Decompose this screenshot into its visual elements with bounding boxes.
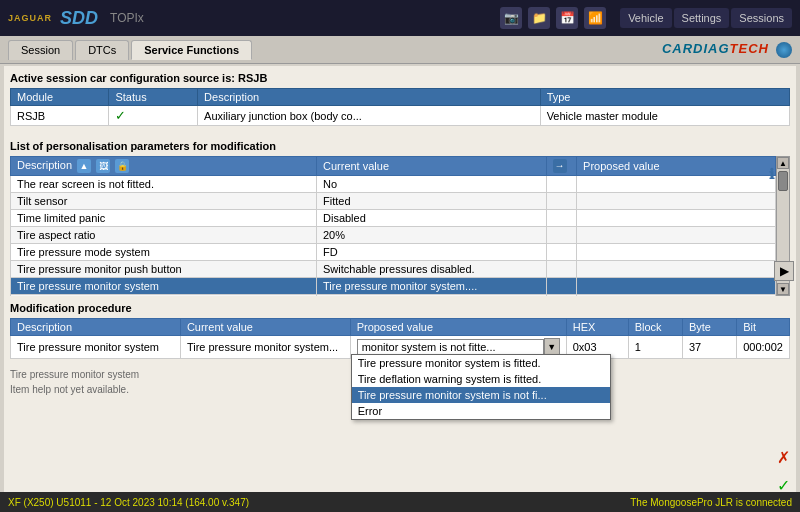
status-bar: XF (X250) U51011 - 12 Oct 2023 10:14 (16… [0, 492, 800, 512]
module-cell-description: Auxiliary junction box (body co... [198, 106, 541, 126]
param-proposed-7 [577, 295, 776, 296]
param-desc-2: Time limited panic [11, 210, 317, 227]
top-bar-left: JAGUAR SDD TOPIx [8, 8, 144, 29]
param-proposed-6 [577, 278, 776, 295]
param-arrow-2 [546, 210, 577, 227]
dropdown-option-1[interactable]: Tire deflation warning system is fitted. [352, 371, 610, 387]
side-buttons: ▶ [774, 261, 794, 281]
status-right: The MongoosePro JLR is connected [630, 497, 792, 508]
mod-cell-proposed[interactable]: monitor system is not fitte... ▼ Tire pr… [350, 336, 566, 359]
menu-tabs: Session DTCs Service Functions [8, 40, 252, 60]
tab-service-functions[interactable]: Service Functions [131, 40, 252, 60]
param-header-current: Current value [317, 157, 547, 176]
mod-table: Description Current value Proposed value… [10, 318, 790, 359]
dropdown-value: monitor system is not fitte... [357, 339, 544, 355]
param-row-7[interactable]: Tire pressure monitor system transmitter… [11, 295, 776, 296]
cardiag-logo: CARDIAGTECH [662, 41, 769, 56]
menu-bar: Session DTCs Service Functions CARDIAGTE… [0, 36, 800, 64]
sort-img-icon[interactable]: 🖼 [96, 159, 110, 173]
param-current-6: Tire pressure monitor system.... [317, 278, 547, 295]
topix-logo: TOPIx [110, 11, 144, 25]
dropdown-option-3[interactable]: Error [352, 403, 610, 419]
camera-icon[interactable]: 📷 [500, 7, 522, 29]
sort-lock-icon[interactable]: 🔒 [115, 159, 129, 173]
module-table: Module Status Description Type RSJB ✓ Au… [10, 88, 790, 126]
sort-asc-icon[interactable]: ▲ [77, 159, 91, 173]
param-proposed-5 [577, 261, 776, 278]
dropdown-popup[interactable]: Tire pressure monitor system is fitted. … [351, 354, 611, 420]
mod-header-current: Current value [180, 319, 350, 336]
param-desc-3: Tire aspect ratio [11, 227, 317, 244]
param-current-5: Switchable pressures disabled. [317, 261, 547, 278]
param-row-1[interactable]: Tilt sensor Fitted [11, 193, 776, 210]
module-row: RSJB ✓ Auxiliary junction box (body co..… [11, 106, 790, 126]
param-arrow-1 [546, 193, 577, 210]
param-row-4[interactable]: Tire pressure mode system FD [11, 244, 776, 261]
mod-header-byte: Byte [682, 319, 736, 336]
param-arrow-4 [546, 244, 577, 261]
param-arrow-6 [546, 278, 577, 295]
session-title: Active session car configuration source … [10, 72, 790, 84]
param-desc-0: The rear screen is not fitted. [11, 176, 317, 193]
param-row-6[interactable]: Tire pressure monitor system Tire pressu… [11, 278, 776, 295]
cancel-button[interactable]: ✗ [772, 446, 794, 468]
expand-right-button[interactable]: ▶ [774, 261, 794, 281]
param-desc-5: Tire pressure monitor push button [11, 261, 317, 278]
info-icon[interactable]: ℹ [769, 166, 774, 182]
signal-icon[interactable]: 📶 [584, 7, 606, 29]
personalisation-title: List of personalisation parameters for m… [10, 140, 790, 152]
mod-cell-block: 1 [628, 336, 682, 359]
param-current-3: 20% [317, 227, 547, 244]
param-current-7: 433.92MHz [317, 295, 547, 296]
param-header-arrow: → [546, 157, 577, 176]
tab-session[interactable]: Session [8, 40, 73, 60]
nav-settings[interactable]: Settings [674, 8, 730, 28]
param-desc-1: Tilt sensor [11, 193, 317, 210]
param-desc-6: Tire pressure monitor system [11, 278, 317, 295]
scrollbar-up-arrow[interactable]: ▲ [777, 157, 789, 169]
mod-header-desc: Description [11, 319, 181, 336]
module-cell-type: Vehicle master module [540, 106, 789, 126]
param-proposed-3 [577, 227, 776, 244]
param-proposed-0 [577, 176, 776, 193]
module-header-status: Status [109, 89, 198, 106]
param-table: Description ▲ 🖼 🔒 Current value → Propos… [10, 156, 776, 296]
nav-sessions[interactable]: Sessions [731, 8, 792, 28]
dropdown-option-0[interactable]: Tire pressure monitor system is fitted. [352, 355, 610, 371]
param-row-3[interactable]: Tire aspect ratio 20% [11, 227, 776, 244]
calendar-icon[interactable]: 📅 [556, 7, 578, 29]
param-header-proposed: Proposed value [577, 157, 776, 176]
param-row-5[interactable]: Tire pressure monitor push button Switch… [11, 261, 776, 278]
mod-cell-current: Tire pressure monitor system... [180, 336, 350, 359]
mod-header-hex: HEX [566, 319, 628, 336]
mod-header-bit: Bit [737, 319, 790, 336]
top-bar-right: 📷 📁 📅 📶 Vehicle Settings Sessions [500, 7, 792, 29]
param-row-0[interactable]: The rear screen is not fitted. No [11, 176, 776, 193]
mod-row-0: Tire pressure monitor system Tire pressu… [11, 336, 790, 359]
tab-dtcs[interactable]: DTCs [75, 40, 129, 60]
param-arrow-7 [546, 295, 577, 296]
status-ok-icon: ✓ [115, 108, 126, 123]
jaguar-logo: JAGUAR [8, 13, 52, 23]
dropdown-option-2[interactable]: Tire pressure monitor system is not fi..… [352, 387, 610, 403]
param-header-desc: Description ▲ 🖼 🔒 [11, 157, 317, 176]
mod-header-proposed: Proposed value [350, 319, 566, 336]
param-row-2[interactable]: Time limited panic Disabled [11, 210, 776, 227]
modification-title: Modification procedure [10, 302, 790, 314]
main-content: ℹ Active session car configuration sourc… [4, 66, 796, 512]
folder-icon[interactable]: 📁 [528, 7, 550, 29]
scrollbar-thumb[interactable] [778, 171, 788, 191]
param-current-4: FD [317, 244, 547, 261]
scrollbar-down-arrow[interactable]: ▼ [777, 283, 789, 295]
param-current-1: Fitted [317, 193, 547, 210]
sdd-logo: SDD [60, 8, 98, 29]
mod-cell-byte: 37 [682, 336, 736, 359]
mod-cell-desc: Tire pressure monitor system [11, 336, 181, 359]
globe-icon [776, 42, 792, 58]
nav-vehicle[interactable]: Vehicle [620, 8, 671, 28]
cardiag-logo-area: CARDIAGTECH [662, 41, 792, 58]
param-arrow-5 [546, 261, 577, 278]
param-proposed-2 [577, 210, 776, 227]
mod-header-block: Block [628, 319, 682, 336]
module-table-container: Module Status Description Type RSJB ✓ Au… [10, 88, 790, 134]
